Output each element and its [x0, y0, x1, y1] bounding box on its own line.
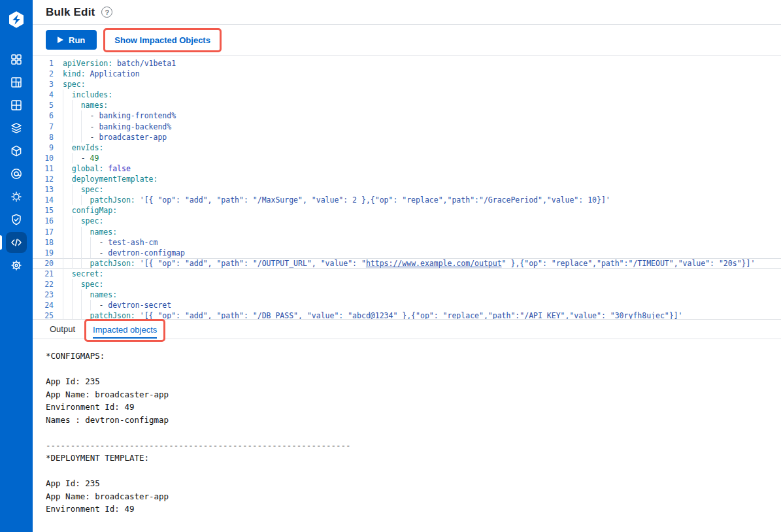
code-line: 10- 49 — [33, 153, 781, 163]
code-line: 8- broadcaster-app — [33, 132, 781, 142]
indent-guide — [63, 163, 72, 174]
line-number: 21 — [33, 269, 54, 279]
line-content: secret: — [63, 269, 103, 279]
apps-grid-icon[interactable] — [0, 48, 33, 71]
run-button[interactable]: Run — [46, 30, 97, 50]
code-line: 15configMap: — [33, 205, 781, 216]
code-line: 1apiVersion: batch/v1beta1 — [33, 58, 781, 69]
indent-guide — [72, 237, 81, 248]
code-token: configMap: — [72, 206, 117, 215]
line-content: - 49 — [63, 153, 99, 163]
code-token: envIds: — [72, 143, 103, 152]
indent-guide — [90, 300, 99, 310]
line-content: patchJson: '[{ "op": "add", "path": "/OU… — [63, 258, 755, 269]
line-content: kind: Application — [63, 69, 140, 79]
indent-guide — [81, 122, 90, 132]
code-token: batch/v1beta1 — [112, 59, 176, 68]
indent-guide — [72, 153, 81, 163]
indent-guide — [63, 195, 72, 205]
indent-guide — [81, 132, 90, 142]
indent-guide — [63, 174, 72, 184]
line-number: 20 — [33, 258, 54, 269]
line-number: 5 — [33, 100, 54, 110]
code-token: " },{"op": "replace","path":"/TIMEOUT","… — [502, 259, 756, 268]
indent-guide — [72, 100, 81, 110]
line-content: includes: — [63, 90, 112, 100]
indent-guide — [81, 195, 90, 205]
resource-browser-icon[interactable] — [0, 185, 33, 208]
line-content: names: — [63, 227, 117, 237]
indent-guide — [81, 110, 90, 121]
indent-guide — [63, 205, 72, 216]
indent-guide — [81, 237, 90, 248]
indent-guide — [63, 269, 72, 279]
line-content: configMap: — [63, 205, 117, 216]
line-content: - broadcaster-app — [63, 132, 167, 142]
indent-guide — [72, 132, 81, 142]
yaml-code-editor[interactable]: 1apiVersion: batch/v1beta12kind: Applica… — [33, 56, 781, 319]
code-line: 22spec: — [33, 279, 781, 290]
indent-guide — [81, 248, 90, 258]
bulk-edit-code-icon[interactable] — [0, 231, 33, 254]
code-token: false — [103, 164, 131, 173]
code-token: - — [90, 122, 99, 131]
code-token: - — [99, 238, 108, 247]
line-number: 8 — [33, 132, 54, 142]
code-token: '[{ "op": "add", "path": "/DB_PASS", "va… — [135, 311, 683, 319]
indent-guide — [81, 227, 90, 237]
bulk-edit-page: Bulk Edit ? Run Show Impacted Objects 1a… — [0, 0, 781, 532]
code-token: patchJson: — [90, 311, 135, 319]
code-token: spec: — [81, 280, 104, 289]
tab-impacted-objects[interactable]: Impacted objects — [93, 325, 157, 339]
code-line: 25patchJson: '[{ "op": "add", "path": "/… — [33, 310, 781, 319]
indent-guide — [72, 300, 81, 310]
chart-store-icon[interactable] — [0, 116, 33, 139]
red-annotation-box-tab: Impacted objects — [84, 319, 165, 342]
indent-guide — [63, 290, 72, 300]
code-link[interactable]: https://www.example.com/output — [366, 259, 502, 268]
devtron-logo[interactable] — [7, 10, 26, 29]
code-token: - — [81, 154, 90, 163]
line-number: 14 — [33, 195, 54, 205]
indent-guide — [72, 310, 81, 319]
tab-output[interactable]: Output — [50, 324, 75, 334]
line-content: - devtron-secret — [63, 300, 171, 310]
code-token: - — [90, 133, 99, 142]
show-impacted-objects-button[interactable]: Show Impacted Objects — [105, 30, 220, 50]
indent-guide — [72, 195, 81, 205]
toolbar: Run Show Impacted Objects — [33, 25, 781, 56]
jobs-icon[interactable] — [0, 93, 33, 116]
code-token: spec: — [81, 185, 104, 194]
output-tabbar: Output Impacted objects — [33, 319, 781, 339]
indent-guide — [72, 290, 81, 300]
code-line: 5names: — [33, 100, 781, 110]
indent-guide — [63, 110, 72, 121]
line-content: - test-ash-cm — [63, 237, 158, 248]
code-token: devtron-secret — [108, 301, 171, 310]
line-content: deploymentTemplate: — [63, 174, 158, 184]
code-token: test-ash-cm — [108, 238, 158, 247]
code-token: - — [90, 111, 99, 120]
help-icon[interactable]: ? — [101, 7, 112, 18]
line-content: spec: — [63, 184, 103, 195]
code-line: 9envIds: — [33, 142, 781, 153]
indent-guide — [81, 310, 90, 319]
package-cube-icon[interactable] — [0, 139, 33, 162]
line-number: 10 — [33, 153, 54, 163]
code-lines: 1apiVersion: batch/v1beta12kind: Applica… — [33, 58, 781, 319]
global-config-gear-icon[interactable] — [0, 254, 33, 276]
sidebar — [0, 0, 33, 532]
line-content: spec: — [63, 79, 86, 90]
releases-at-icon[interactable] — [0, 162, 33, 185]
line-content: patchJson: '[{ "op": "add", "path": "/DB… — [63, 310, 683, 319]
code-token: '[{ "op": "add", "path": "/MaxSurge", "v… — [135, 195, 610, 205]
code-line: 24- devtron-secret — [33, 300, 781, 310]
code-line: 3spec: — [33, 79, 781, 90]
page-header: Bulk Edit ? — [33, 0, 781, 25]
app-group-icon[interactable] — [0, 71, 33, 93]
security-shield-icon[interactable] — [0, 208, 33, 231]
line-content: envIds: — [63, 142, 103, 153]
indent-guide — [63, 132, 72, 142]
indent-guide — [72, 248, 81, 258]
code-token: names: — [90, 227, 118, 237]
